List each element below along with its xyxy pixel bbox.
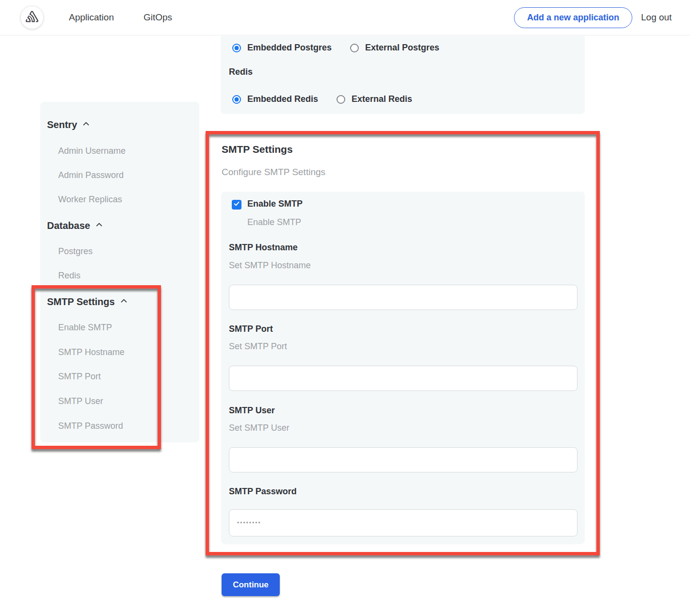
continue-button[interactable]: Continue <box>222 573 280 596</box>
radio-embedded-redis[interactable]: Embedded Redis <box>232 94 318 104</box>
sidebar-group-label: SMTP Settings <box>47 296 115 308</box>
chevron-up-icon <box>120 296 128 308</box>
app-header: Application GitOps Add a new application… <box>0 0 690 35</box>
radio-unselected-icon <box>350 44 359 52</box>
add-new-application-button[interactable]: Add a new application <box>514 7 632 28</box>
chevron-up-icon <box>82 119 90 130</box>
sidebar-item-smtp-port[interactable]: SMTP Port <box>58 372 101 382</box>
enable-smtp-helper: Enable SMTP <box>247 217 301 227</box>
smtp-password-input[interactable] <box>229 509 578 536</box>
enable-smtp-label: Enable SMTP <box>247 199 303 209</box>
radio-label: Embedded Postgres <box>247 43 332 53</box>
sidebar-item-smtp-password[interactable]: SMTP Password <box>58 421 123 431</box>
radio-label: External Postgres <box>365 43 439 53</box>
nav-application[interactable]: Application <box>69 12 114 23</box>
sidebar-item-redis[interactable]: Redis <box>58 271 80 281</box>
smtp-user-input[interactable] <box>229 447 578 472</box>
sidebar-group-database[interactable]: Database <box>47 220 103 231</box>
postgres-radio-group: Embedded Postgres External Postgres <box>232 43 439 53</box>
radio-unselected-icon <box>337 95 345 104</box>
sidebar-item-admin-password[interactable]: Admin Password <box>58 170 124 180</box>
smtp-hostname-helper: Set SMTP Hostname <box>229 260 311 271</box>
radio-label: External Redis <box>352 94 412 104</box>
radio-external-redis[interactable]: External Redis <box>337 94 412 104</box>
redis-radio-group: Embedded Redis External Redis <box>232 94 412 104</box>
sidebar-item-admin-username[interactable]: Admin Username <box>58 146 126 156</box>
smtp-port-label: SMTP Port <box>229 324 273 334</box>
smtp-hostname-input[interactable] <box>229 285 578 310</box>
radio-embedded-postgres[interactable]: Embedded Postgres <box>232 43 332 53</box>
sidebar-group-sentry[interactable]: Sentry <box>47 119 90 130</box>
sidebar-group-label: Database <box>47 220 90 231</box>
nav-gitops[interactable]: GitOps <box>144 12 172 23</box>
sidebar-item-smtp-hostname[interactable]: SMTP Hostname <box>58 347 125 357</box>
radio-label: Embedded Redis <box>247 94 318 104</box>
smtp-port-input[interactable] <box>229 366 578 391</box>
smtp-user-helper: Set SMTP User <box>229 423 289 433</box>
chevron-up-icon <box>95 220 103 231</box>
smtp-port-helper: Set SMTP Port <box>229 341 287 352</box>
smtp-hostname-label: SMTP Hostname <box>229 243 298 253</box>
redis-group-label: Redis <box>229 67 253 77</box>
radio-selected-icon <box>232 95 241 104</box>
sidebar-group-label: Sentry <box>47 119 77 130</box>
page: Application GitOps Add a new application… <box>0 0 690 616</box>
sidebar-item-worker-replicas[interactable]: Worker Replicas <box>58 195 122 205</box>
smtp-section-title: SMTP Settings <box>222 144 293 155</box>
check-icon <box>233 200 240 209</box>
sidebar-group-smtp-settings[interactable]: SMTP Settings <box>47 296 128 308</box>
enable-smtp-checkbox[interactable] <box>232 200 241 210</box>
sidebar-item-enable-smtp[interactable]: Enable SMTP <box>58 323 112 333</box>
smtp-user-label: SMTP User <box>229 405 275 416</box>
sidebar-item-postgres[interactable]: Postgres <box>58 246 93 257</box>
smtp-section-subtitle: Configure SMTP Settings <box>222 167 325 178</box>
radio-external-postgres[interactable]: External Postgres <box>350 43 439 53</box>
sentry-logo-icon <box>26 10 38 25</box>
smtp-password-label: SMTP Password <box>229 486 297 497</box>
sidebar-item-smtp-user[interactable]: SMTP User <box>58 396 103 406</box>
logout-link[interactable]: Log out <box>641 12 672 23</box>
sentry-logo-badge[interactable] <box>20 6 44 29</box>
radio-selected-icon <box>232 44 241 52</box>
